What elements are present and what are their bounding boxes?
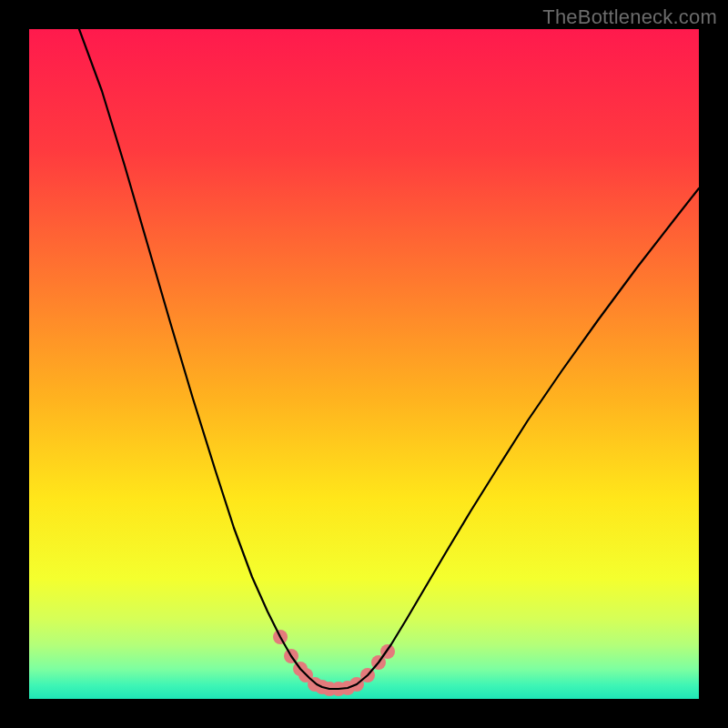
chart-frame: TheBottleneck.com [0,0,728,728]
watermark-text: TheBottleneck.com [542,5,717,29]
highlight-markers-group [273,630,395,696]
plot-area [29,29,699,699]
chart-svg [29,29,699,699]
bottleneck-curve [79,29,699,689]
